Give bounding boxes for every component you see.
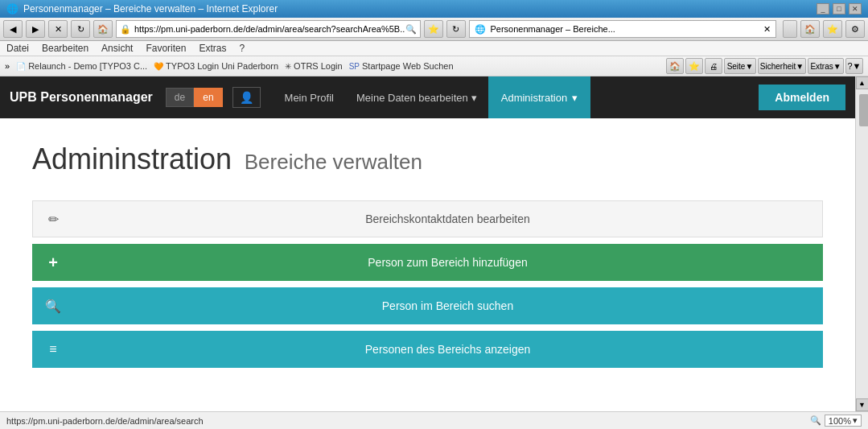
- refresh2-button[interactable]: ↻: [446, 20, 466, 38]
- status-bar: https://pm.uni-paderborn.de/de/admin/are…: [0, 411, 868, 429]
- ie-icon: 🌐: [475, 24, 486, 35]
- close-button[interactable]: ✕: [849, 3, 862, 14]
- nav-meine-daten-arrow: ▾: [471, 92, 477, 104]
- toolbar-extras2[interactable]: Extras▼: [808, 58, 844, 74]
- url-input[interactable]: [134, 24, 405, 34]
- menu-favoriten[interactable]: Favoriten: [146, 43, 186, 54]
- abmelden-button[interactable]: Abmelden: [759, 85, 845, 110]
- home-button[interactable]: 🏠: [93, 20, 113, 38]
- menu-extras[interactable]: Extras: [199, 43, 226, 54]
- bookmark-relaunch-label: Relaunch - Demo [TYPO3 C...: [28, 61, 147, 71]
- main-content: Admininstration Bereiche verwalten ✏ Ber…: [0, 118, 855, 411]
- action-anzeigen-label: Personen des Bereichs anzeigen: [73, 333, 822, 365]
- action-bereichskontaktdaten-label: Bereichskontaktdaten bearbeiten: [73, 203, 822, 235]
- edit-icon: ✏: [33, 212, 73, 227]
- nav-meine-daten[interactable]: Meine Daten bearbeiten ▾: [345, 92, 488, 104]
- address-bar: 🔒 🔍: [116, 20, 421, 38]
- favorites-button[interactable]: ⭐: [424, 20, 443, 38]
- action-hinzufuegen-label: Person zum Bereich hinzufügen: [73, 246, 822, 278]
- search-icon: 🔍: [405, 24, 417, 35]
- bookmark-startpage-label: Startpage Web Suchen: [362, 61, 454, 71]
- nav-administration-arrow: ▾: [572, 92, 578, 104]
- menu-datei[interactable]: Datei: [6, 43, 29, 54]
- toolbar-print[interactable]: 🖨: [705, 58, 722, 74]
- zoom-control[interactable]: 100% ▾: [825, 415, 862, 427]
- page-title-sub: Bereiche verwalten: [245, 150, 422, 174]
- page-title-main: Admininstration: [32, 142, 232, 175]
- lang-en-button[interactable]: en: [194, 88, 222, 107]
- toolbar-home[interactable]: 🏠: [666, 58, 684, 74]
- refresh-button[interactable]: ↻: [71, 20, 90, 38]
- tab-title: Personenmanager – Bereiche...: [491, 24, 759, 34]
- browser-star-button[interactable]: ⭐: [823, 20, 842, 38]
- bookmark-typo3-label: TYPO3 Login Uni Paderborn: [166, 61, 278, 71]
- bookmark-relaunch-icon: 📄: [16, 62, 26, 71]
- bookmark-startpage[interactable]: SP Startpage Web Suchen: [349, 61, 454, 71]
- scroll-up[interactable]: ▲: [856, 76, 869, 89]
- action-suchen-label: Person im Bereich suchen: [73, 290, 822, 322]
- bookmark-relaunch[interactable]: 📄 Relaunch - Demo [TYPO3 C...: [16, 61, 147, 71]
- nav-administration-label: Administration: [501, 92, 567, 104]
- browser-icon: 🌐: [6, 3, 19, 14]
- back-button[interactable]: ◀: [3, 20, 23, 38]
- bookmark-otrs-label: OTRS Login: [294, 61, 343, 71]
- bookmarks-more[interactable]: »: [5, 61, 10, 71]
- bookmark-otrs[interactable]: ✳ OTRS Login: [285, 61, 343, 71]
- bookmarks-bar: » 📄 Relaunch - Demo [TYPO3 C... 🧡 TYPO3 …: [0, 56, 868, 76]
- toolbar-star[interactable]: ⭐: [685, 58, 703, 74]
- toolbar-security[interactable]: Sicherheit▼: [758, 58, 806, 74]
- list-icon: ≡: [33, 342, 73, 357]
- maximize-button[interactable]: □: [833, 3, 845, 14]
- scroll-down[interactable]: ▼: [856, 398, 869, 411]
- stop-button[interactable]: ✕: [48, 20, 68, 38]
- nav-mein-profil[interactable]: Mein Profil: [274, 92, 345, 104]
- zoom-level: 100%: [829, 416, 851, 426]
- title-bar: 🌐 Personenmanager – Bereiche verwalten –…: [0, 0, 868, 18]
- bookmark-otrs-icon: ✳: [285, 62, 291, 71]
- browser-settings-button[interactable]: ⚙: [845, 20, 865, 38]
- toolbar-page[interactable]: Seite▼: [724, 58, 756, 74]
- brand-name: UPB Personenmanager: [10, 90, 153, 105]
- nav-meine-daten-label: Meine Daten bearbeiten: [356, 92, 468, 104]
- scroll-thumb[interactable]: [859, 94, 868, 126]
- profile-icon-button[interactable]: 👤: [232, 87, 261, 108]
- zoom-icon: 🔍: [810, 415, 821, 426]
- minimize-button[interactable]: _: [817, 3, 829, 14]
- browser-home-button[interactable]: 🏠: [800, 20, 820, 38]
- browser-toolbar: ◀ ▶ ✕ ↻ 🏠 🔒 🔍 ⭐ ↻ 🌐 Personenmanager – Be…: [0, 18, 868, 41]
- app-container: UPB Personenmanager de en 👤 Mein Profil …: [0, 76, 868, 411]
- browser-window: 🌐 Personenmanager – Bereiche verwalten –…: [0, 0, 868, 429]
- menu-ansicht[interactable]: Ansicht: [101, 43, 133, 54]
- tab-close[interactable]: ✕: [763, 24, 771, 35]
- menu-help[interactable]: ?: [239, 43, 245, 54]
- vertical-scrollbar[interactable]: ▲ ▼: [855, 76, 868, 411]
- menu-bearbeiten[interactable]: Bearbeiten: [42, 43, 88, 54]
- status-url: https://pm.uni-paderborn.de/de/admin/are…: [6, 416, 204, 426]
- lock-icon: 🔒: [120, 24, 131, 35]
- action-anzeigen[interactable]: ≡ Personen des Bereichs anzeigen: [32, 331, 823, 368]
- window-title: Personenmanager – Bereiche verwalten – I…: [23, 3, 278, 14]
- plus-icon: +: [33, 254, 73, 272]
- action-bereichskontaktdaten[interactable]: ✏ Bereichskontaktdaten bearbeiten: [32, 200, 823, 237]
- search-icon: 🔍: [33, 299, 73, 314]
- nav-administration[interactable]: Administration ▾: [488, 76, 590, 118]
- zoom-arrow: ▾: [853, 415, 858, 426]
- menu-bar: Datei Bearbeiten Ansicht Favoriten Extra…: [0, 41, 868, 56]
- action-hinzufuegen[interactable]: + Person zum Bereich hinzufügen: [32, 244, 823, 281]
- action-suchen[interactable]: 🔍 Person im Bereich suchen: [32, 287, 823, 324]
- toolbar-help[interactable]: ?▼: [845, 58, 863, 74]
- page-title-area: Admininstration Bereiche verwalten: [32, 142, 823, 176]
- app-navbar: UPB Personenmanager de en 👤 Mein Profil …: [0, 76, 855, 118]
- bookmark-typo3-icon: 🧡: [154, 62, 163, 71]
- bookmark-typo3[interactable]: 🧡 TYPO3 Login Uni Paderborn: [154, 61, 278, 71]
- lang-de-button[interactable]: de: [166, 88, 194, 107]
- forward-button[interactable]: ▶: [26, 20, 45, 38]
- new-tab-button[interactable]: [783, 20, 797, 38]
- language-switcher: de en: [166, 88, 223, 107]
- bookmark-startpage-icon: SP: [349, 62, 360, 71]
